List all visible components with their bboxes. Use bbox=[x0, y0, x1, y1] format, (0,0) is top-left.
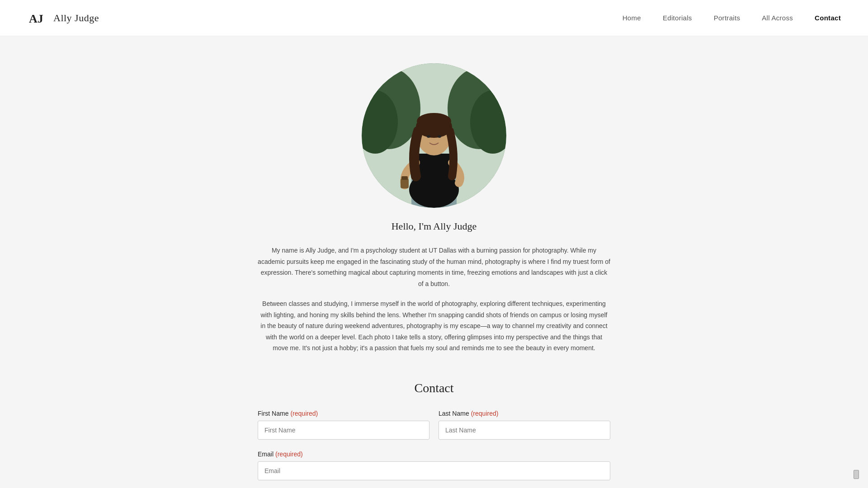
first-name-label: First Name(required) bbox=[258, 410, 429, 417]
svg-point-14 bbox=[417, 113, 451, 129]
scroll-indicator bbox=[854, 470, 859, 479]
svg-rect-17 bbox=[401, 178, 409, 188]
profile-image bbox=[362, 63, 506, 208]
svg-rect-18 bbox=[401, 176, 408, 180]
profile-image-container bbox=[362, 63, 506, 208]
main-content: Hello, I'm Ally Judge My name is Ally Ju… bbox=[0, 36, 868, 488]
contact-section: Contact First Name(required) Last Name(r… bbox=[258, 381, 610, 488]
bio-paragraph-1: My name is Ally Judge, and I'm a psychol… bbox=[258, 245, 610, 289]
email-input[interactable] bbox=[258, 461, 610, 480]
email-label: Email(required) bbox=[258, 450, 610, 458]
last-name-input[interactable] bbox=[439, 421, 610, 440]
last-name-label: Last Name(required) bbox=[439, 410, 610, 417]
greeting-heading: Hello, I'm Ally Judge bbox=[392, 221, 477, 232]
name-row: First Name(required) Last Name(required) bbox=[258, 410, 610, 440]
logo-area[interactable]: AJ Ally Judge bbox=[27, 8, 99, 28]
bio-paragraph-2: Between classes and studying, I immerse … bbox=[258, 298, 610, 354]
nav-home[interactable]: Home bbox=[623, 14, 641, 22]
svg-text:AJ: AJ bbox=[29, 12, 43, 25]
nav-contact[interactable]: Contact bbox=[815, 14, 841, 22]
nav-editorials[interactable]: Editorials bbox=[663, 14, 692, 22]
first-name-input[interactable] bbox=[258, 421, 429, 440]
email-group: Email(required) bbox=[258, 450, 610, 480]
last-name-group: Last Name(required) bbox=[439, 410, 610, 440]
email-row: Email(required) bbox=[258, 450, 610, 480]
first-name-group: First Name(required) bbox=[258, 410, 429, 440]
svg-point-16 bbox=[438, 135, 441, 138]
nav-portraits[interactable]: Portraits bbox=[714, 14, 741, 22]
contact-title: Contact bbox=[258, 381, 610, 395]
svg-rect-10 bbox=[416, 154, 452, 194]
nav-all-across[interactable]: All Across bbox=[762, 14, 793, 22]
site-title: Ally Judge bbox=[53, 12, 99, 24]
logo-icon: AJ bbox=[27, 8, 47, 28]
svg-point-15 bbox=[427, 135, 430, 138]
main-nav: Home Editorials Portraits All Across Con… bbox=[623, 14, 841, 22]
site-header: AJ Ally Judge Home Editorials Portraits … bbox=[0, 0, 868, 36]
